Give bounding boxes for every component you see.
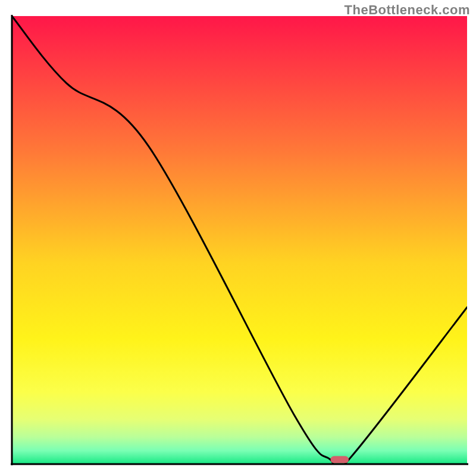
bottleneck-chart: TheBottleneck.com <box>0 0 476 476</box>
optimum-marker <box>331 456 349 463</box>
watermark-text: TheBottleneck.com <box>345 2 470 18</box>
chart-svg <box>0 0 476 476</box>
